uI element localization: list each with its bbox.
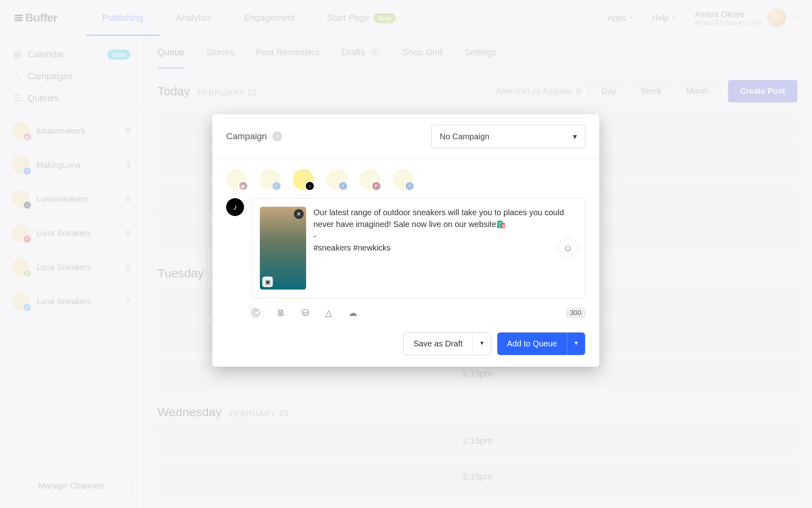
remove-media-icon[interactable]: ✕ <box>294 209 304 219</box>
dropbox-icon[interactable]: ⛁ <box>302 308 309 318</box>
channel-option[interactable]: P <box>359 169 380 190</box>
help-icon[interactable]: ? <box>272 132 282 141</box>
modal-actions: Save as Draft ▾ Add to Queue ▾ <box>212 328 599 367</box>
campaign-select[interactable]: No Campaign ▾ <box>431 125 585 148</box>
channel-option[interactable]: ◉ <box>226 169 247 190</box>
campaign-label: Campaign <box>226 131 267 142</box>
emoji-picker-button[interactable]: ☺ <box>557 238 579 259</box>
canva-icon[interactable]: Ⓒ <box>251 307 260 319</box>
pinterest-icon: P <box>371 181 381 191</box>
media-thumbnail[interactable]: ✕ ▣ <box>260 207 306 290</box>
channel-option-selected[interactable]: ♪ <box>293 169 314 190</box>
tiktok-icon: ♪ <box>226 198 244 216</box>
facebook-icon: f <box>405 181 415 191</box>
channel-picker: ◉ t ♪ f P f <box>212 159 599 195</box>
twitter-icon: t <box>272 181 281 191</box>
facebook-icon: f <box>338 181 348 191</box>
post-text[interactable]: Our latest range of outdoor sneakers wil… <box>260 207 577 254</box>
channel-option[interactable]: f <box>393 169 414 190</box>
google-drive-icon[interactable]: △ <box>325 308 332 318</box>
compose-area: ♪ ✕ ▣ Our latest range of outdoor sneake… <box>212 195 599 305</box>
video-icon: ▣ <box>262 277 273 287</box>
campaign-row: Campaign ? No Campaign ▾ <box>212 114 599 159</box>
file-upload-icon[interactable]: 🗎 <box>276 308 285 318</box>
compose-box[interactable]: ✕ ▣ Our latest range of outdoor sneakers… <box>251 198 585 298</box>
save-draft-button[interactable]: Save as Draft ▾ <box>403 332 491 355</box>
caret-down-icon: ▾ <box>573 132 577 141</box>
smile-icon: ☺ <box>563 242 573 254</box>
caret-down-icon[interactable]: ▾ <box>567 333 585 355</box>
tiktok-icon: ♪ <box>305 181 315 191</box>
add-to-queue-button[interactable]: Add to Queue ▾ <box>497 332 585 355</box>
channel-option[interactable]: f <box>326 169 347 190</box>
channel-option[interactable]: t <box>259 169 281 190</box>
compose-modal: Campaign ? No Campaign ▾ ◉ t ♪ f P f ♪ ✕… <box>212 114 599 367</box>
onedrive-icon[interactable]: ☁ <box>348 308 357 318</box>
char-count: 300 <box>566 308 585 318</box>
instagram-icon: ◉ <box>238 181 248 191</box>
upload-sources: Ⓒ 🗎 ⛁ △ ☁ 300 <box>212 305 599 328</box>
caret-down-icon[interactable]: ▾ <box>473 333 491 355</box>
